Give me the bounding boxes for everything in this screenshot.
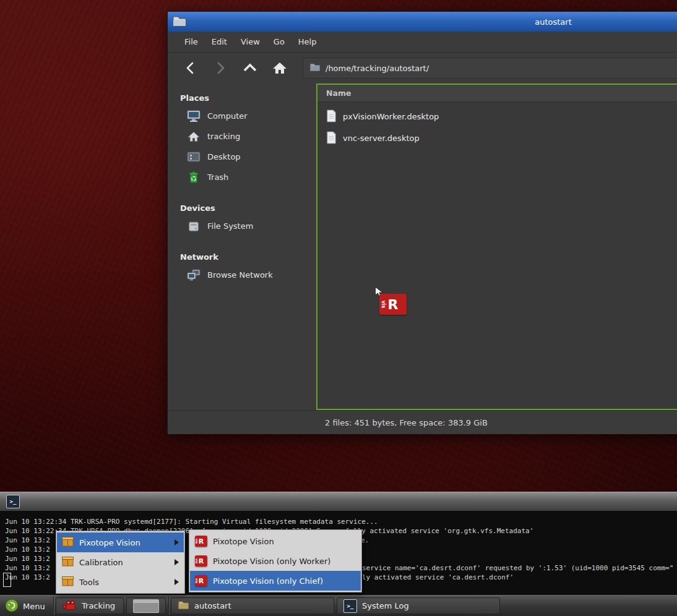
path-text: /home/tracking/autostart/ (326, 64, 429, 73)
sidebar-item-browse-network[interactable]: Browse Network (168, 265, 316, 285)
task-button-autostart[interactable]: autostart (171, 597, 334, 614)
sidebar-item-desktop[interactable]: Desktop (168, 147, 316, 167)
file-manager-window: autostart File Edit View Go Help /home/t… (167, 11, 677, 434)
desktop-folder-icon (186, 151, 201, 163)
task-button-thumbnail[interactable] (126, 597, 166, 614)
forward-button[interactable] (210, 58, 231, 79)
package-icon (62, 576, 74, 588)
drag-ghost: vis R (374, 286, 418, 323)
taskbar-separator (168, 597, 169, 615)
submenu-arrow-icon (175, 559, 179, 565)
window-titlebar[interactable]: autostart (168, 12, 677, 32)
up-button[interactable] (239, 58, 261, 79)
document-icon (326, 109, 337, 124)
column-header-name[interactable]: Name (317, 85, 677, 102)
log-line: Jun 10 13:22:34 TRK-URSA-PRO systemd[217… (0, 517, 677, 526)
sidebar-item-label: Computer (207, 111, 248, 121)
task-button-tracking[interactable]: Tracking (56, 597, 124, 614)
submenu-arrow-icon (175, 579, 179, 585)
window-title: autostart (535, 17, 572, 27)
menubar-edit[interactable]: Edit (205, 32, 234, 52)
network-icon (186, 269, 201, 281)
package-icon (62, 536, 74, 549)
pixotope-vision-icon: vis R (379, 294, 407, 315)
path-field[interactable]: /home/tracking/autostart/ (303, 58, 677, 79)
sidebar-item-label: tracking (207, 132, 240, 141)
menubar-file[interactable]: File (178, 32, 205, 52)
sidebar-item-label: File System (207, 221, 253, 231)
sidebar-item-label: Desktop (207, 152, 241, 161)
file-list-pane[interactable]: Name pxVisionWorker.desktop vnc-server.d… (316, 83, 677, 410)
folder-icon (178, 600, 189, 612)
taskbar: Menu Tracking autostart >_ System Log (0, 595, 677, 616)
sidebar-item-computer[interactable]: Computer (168, 106, 316, 126)
menu-item-tools[interactable]: Tools (57, 572, 184, 592)
sidebar-section-devices: Devices (180, 201, 316, 216)
taskbar-separator (53, 597, 54, 615)
terminal-icon: >_ (6, 495, 20, 508)
menu-item-pixotope-vision[interactable]: Pixotope Vision (57, 533, 184, 552)
pixotope-vision-icon: visR (195, 575, 207, 586)
gecko-menu-icon (5, 599, 19, 614)
folder-icon (172, 15, 187, 29)
file-row[interactable]: vnc-server.desktop (317, 127, 677, 149)
sidebar-section-places: Places (180, 91, 316, 106)
sidebar-item-label: Browse Network (207, 270, 273, 280)
sidebar-item-trash[interactable]: Trash (168, 167, 316, 187)
sidebar-section-network: Network (180, 250, 316, 265)
menubar-view[interactable]: View (234, 32, 267, 52)
sidebar-item-file-system[interactable]: File System (168, 216, 316, 236)
toolbar: /home/tracking/autostart/ (168, 53, 677, 84)
application-submenu: visR Pixotope Vision visR Pixotope Visio… (189, 529, 362, 592)
menubar-help[interactable]: Help (291, 32, 324, 52)
status-bar: 2 files: 451 bytes, Free space: 383.9 Gi… (168, 410, 677, 434)
back-button[interactable] (180, 58, 201, 79)
menu-item-pixotope-vision-only-chief[interactable]: visR Pixotope Vision (only Chief) (190, 571, 361, 591)
camera-icon (63, 600, 77, 612)
terminal-cursor (3, 573, 11, 587)
folder-icon (309, 62, 321, 74)
submenu-arrow-icon (175, 539, 179, 545)
home-icon (186, 130, 201, 143)
pixotope-vision-icon: visR (195, 536, 207, 547)
home-button[interactable] (269, 58, 290, 79)
menu-item-calibration[interactable]: Calibration (57, 552, 184, 572)
document-icon (326, 131, 337, 146)
places-sidebar: Places Computer tracking Desktop Trash (168, 83, 316, 410)
window-thumbnail (133, 599, 159, 613)
menubar: File Edit View Go Help (168, 32, 677, 53)
sidebar-item-home[interactable]: tracking (168, 126, 316, 147)
terminal-icon: >_ (343, 599, 357, 613)
task-button-system-log[interactable]: >_ System Log (337, 597, 500, 614)
application-menu: Pixotope Vision Calibration Tools (56, 531, 185, 594)
sidebar-item-label: Trash (207, 173, 228, 182)
trash-icon (186, 171, 201, 184)
menu-item-pixotope-vision-only-worker[interactable]: visR Pixotope Vision (only Worker) (190, 551, 361, 571)
package-icon (62, 556, 74, 568)
file-name: pxVisionWorker.desktop (343, 112, 439, 121)
file-row[interactable]: pxVisionWorker.desktop (317, 106, 677, 127)
drive-icon (186, 220, 201, 233)
status-text: 2 files: 451 bytes, Free space: 383.9 Gi… (325, 418, 488, 427)
start-menu-button[interactable]: Menu (0, 596, 53, 616)
computer-icon (186, 109, 201, 123)
pixotope-vision-icon: visR (195, 555, 207, 567)
terminal-titlebar[interactable]: >_ (0, 492, 677, 511)
file-name: vnc-server.desktop (343, 134, 420, 143)
menu-item-pixotope-vision[interactable]: visR Pixotope Vision (190, 531, 361, 551)
menubar-go[interactable]: Go (267, 32, 291, 52)
